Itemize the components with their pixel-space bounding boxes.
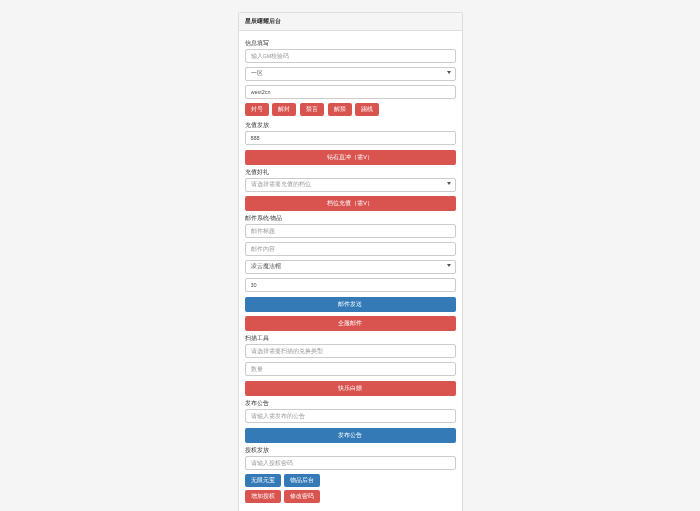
panel-title: 星辰曙耀后台 bbox=[239, 13, 462, 31]
add-auth-button[interactable]: 增加授权 bbox=[245, 490, 281, 503]
cn-input[interactable] bbox=[245, 85, 456, 99]
notice-label: 发布公告 bbox=[245, 400, 456, 407]
mail-label: 邮件系统-物品 bbox=[245, 215, 456, 222]
info-label: 信息填写 bbox=[245, 40, 456, 47]
bottom-button-row-2: 增加授权 修改密码 bbox=[245, 490, 456, 506]
recharge-value-input[interactable] bbox=[245, 131, 456, 145]
change-pwd-button[interactable]: 修改密码 bbox=[284, 490, 320, 503]
scan-button[interactable]: 快乐白嫖 bbox=[245, 381, 456, 396]
scan-label: 扫描工具 bbox=[245, 335, 456, 342]
mute-button[interactable]: 禁言 bbox=[300, 103, 324, 116]
zone-select[interactable]: 一区 bbox=[245, 67, 456, 81]
kick-button[interactable]: 踢线 bbox=[355, 103, 379, 116]
unban-button[interactable]: 解封 bbox=[272, 103, 296, 116]
mail-count-input[interactable] bbox=[245, 278, 456, 292]
item-backend-button[interactable]: 物品后台 bbox=[284, 474, 320, 487]
unlimited-button[interactable]: 无限元宝 bbox=[245, 474, 281, 487]
scan-type-input[interactable] bbox=[245, 344, 456, 358]
mail-send-button[interactable]: 邮件发送 bbox=[245, 297, 456, 312]
mail-content-input[interactable] bbox=[245, 242, 456, 256]
notice-input[interactable] bbox=[245, 409, 456, 423]
action-button-row: 封号 解封 禁言 解禁 踢线 bbox=[245, 103, 456, 119]
notice-button[interactable]: 发布公告 bbox=[245, 428, 456, 443]
ban-button[interactable]: 封号 bbox=[245, 103, 269, 116]
gm-code-input[interactable] bbox=[245, 49, 456, 63]
auth-input[interactable] bbox=[245, 456, 456, 470]
scan-qty-input[interactable] bbox=[245, 362, 456, 376]
auth-label: 授权发放 bbox=[245, 447, 456, 454]
gift-select[interactable]: 请选择需要充值的档位 bbox=[245, 178, 456, 192]
unmute-button[interactable]: 解禁 bbox=[328, 103, 352, 116]
gift-button[interactable]: 档位充值（需V） bbox=[245, 196, 456, 211]
panel-body: 信息填写 一区 封号 解封 禁言 解禁 踢线 充值发放 钻石直冲（需V） 充值好… bbox=[239, 31, 462, 511]
mail-title-input[interactable] bbox=[245, 224, 456, 238]
mail-item-select[interactable]: 凌云魔法帽 bbox=[245, 260, 456, 274]
mail-all-button[interactable]: 全服邮件 bbox=[245, 316, 456, 331]
gift-label: 充值好礼 bbox=[245, 169, 456, 176]
recharge-label: 充值发放 bbox=[245, 122, 456, 129]
recharge-button[interactable]: 钻石直冲（需V） bbox=[245, 150, 456, 165]
main-panel: 星辰曙耀后台 信息填写 一区 封号 解封 禁言 解禁 踢线 充值发放 钻石直冲（… bbox=[238, 12, 463, 511]
bottom-button-row-1: 无限元宝 物品后台 bbox=[245, 474, 456, 490]
